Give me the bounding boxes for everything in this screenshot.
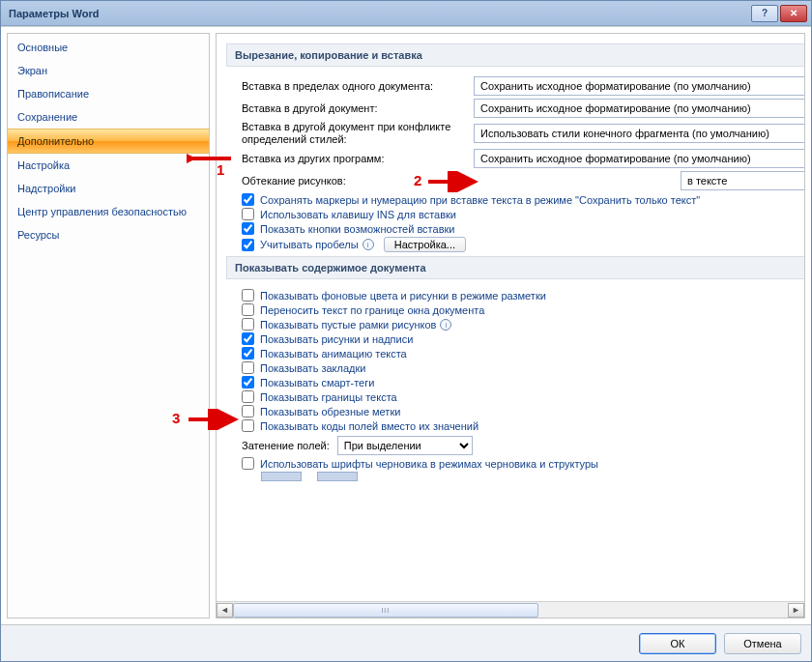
label-bg-colors: Показывать фоновые цвета и рисунки в реж… — [260, 290, 546, 302]
check-draft-font[interactable] — [242, 457, 254, 470]
help-button[interactable]: ? — [751, 5, 778, 22]
scroll-left-icon[interactable]: ◄ — [217, 603, 233, 618]
scroll-remnant-2 — [317, 472, 358, 481]
options-panel: Вырезание, копирование и вставка Вставка… — [216, 33, 805, 619]
label-drawings: Показывать рисунки и надписи — [260, 333, 413, 345]
label-placeholders: Показывать пустые рамки рисунков — [260, 319, 436, 331]
label-smart-tags: Показывать смарт-теги — [260, 377, 374, 389]
titlebar: Параметры Word ? ✕ — [1, 1, 811, 26]
check-keep-bullets[interactable] — [242, 193, 254, 206]
sidebar-item-resources[interactable]: Ресурсы — [8, 223, 209, 246]
combo-paste-conflict[interactable]: Использовать стили конечного фрагмента (… — [474, 124, 805, 143]
label-text-bounds: Показывать границы текста — [260, 391, 397, 403]
label-ins-key: Использовать клавишу INS для вставки — [260, 209, 456, 220]
sidebar-item-display[interactable]: Экран — [8, 59, 209, 82]
label-smart-paste: Учитывать пробелы — [260, 239, 359, 250]
check-drawings[interactable] — [242, 332, 254, 345]
close-button[interactable]: ✕ — [780, 5, 807, 22]
label-draft-font: Использовать шрифты черновика в режимах … — [260, 458, 598, 470]
category-sidebar: Основные Экран Правописание Сохранение Д… — [7, 33, 210, 619]
settings-button-smart-paste[interactable]: Настройка... — [384, 237, 466, 252]
label-paste-conflict: Вставка в другой документ при конфликте … — [242, 121, 474, 146]
horizontal-scrollbar[interactable]: ◄ III ► — [217, 601, 804, 618]
check-bg-colors[interactable] — [242, 289, 254, 302]
combo-field-shading[interactable]: При выделении — [337, 436, 473, 455]
check-crop-marks[interactable] — [242, 405, 254, 417]
sidebar-item-proofing[interactable]: Правописание — [8, 82, 209, 105]
label-bookmarks: Показывать закладки — [260, 362, 365, 374]
sidebar-item-trust[interactable]: Центр управления безопасностью — [8, 200, 209, 223]
scroll-right-icon[interactable]: ► — [788, 603, 804, 618]
window-title: Параметры Word — [9, 8, 99, 19]
word-options-dialog: Параметры Word ? ✕ Основные Экран Правоп… — [0, 0, 812, 662]
scroll-thumb[interactable]: III — [233, 603, 538, 618]
label-crop-marks: Показывать обрезные метки — [260, 406, 400, 417]
sidebar-item-addins[interactable]: Надстройки — [8, 177, 209, 200]
check-ins-key[interactable] — [242, 208, 254, 220]
check-bookmarks[interactable] — [242, 361, 254, 374]
combo-paste-within[interactable]: Сохранить исходное форматирование (по ум… — [474, 76, 805, 96]
check-field-codes[interactable] — [242, 419, 254, 432]
combo-paste-other[interactable]: Сохранить исходное форматирование (по ум… — [474, 99, 805, 118]
label-paste-other: Вставка в другой документ: — [242, 102, 474, 114]
label-keep-bullets: Сохранять маркеры и нумерацию при вставк… — [260, 194, 700, 206]
sidebar-item-customize[interactable]: Настройка — [8, 154, 209, 177]
section-cut-copy-paste: Вырезание, копирование и вставка — [226, 43, 805, 67]
check-smart-paste[interactable] — [242, 239, 254, 251]
sidebar-item-advanced[interactable]: Дополнительно — [8, 129, 209, 154]
section-show-content: Показывать содержимое документа — [226, 256, 805, 279]
info-icon: i — [440, 319, 451, 331]
dialog-button-bar: ОК Отмена — [1, 624, 811, 661]
label-field-codes: Показывать коды полей вместо их значений — [260, 420, 478, 432]
label-picture-wrap: Обтекание рисунков: — [242, 175, 474, 187]
label-paste-options: Показать кнопки возможностей вставки — [260, 223, 454, 235]
label-text-anim: Показывать анимацию текста — [260, 348, 407, 360]
label-wrap-window: Переносить текст по границе окна докумен… — [260, 304, 484, 316]
cancel-button[interactable]: Отмена — [724, 633, 801, 654]
check-text-bounds[interactable] — [242, 390, 254, 403]
label-paste-within: Вставка в пределах одного документа: — [242, 80, 474, 92]
label-field-shading: Затенение полей: — [242, 440, 330, 451]
label-paste-programs: Вставка из других программ: — [242, 153, 474, 164]
sidebar-item-general[interactable]: Основные — [8, 36, 209, 59]
ok-button[interactable]: ОК — [639, 633, 716, 654]
info-icon: i — [362, 239, 374, 250]
scroll-remnant-1 — [261, 472, 302, 481]
check-smart-tags[interactable] — [242, 376, 254, 389]
combo-picture-wrap[interactable]: в тексте — [681, 171, 805, 190]
combo-paste-programs[interactable]: Сохранить исходное форматирование (по ум… — [474, 149, 805, 168]
check-text-anim[interactable] — [242, 347, 254, 360]
check-wrap-window[interactable] — [242, 303, 254, 316]
check-placeholders[interactable] — [242, 318, 254, 331]
sidebar-item-save[interactable]: Сохранение — [8, 105, 209, 129]
check-paste-options[interactable] — [242, 222, 254, 235]
